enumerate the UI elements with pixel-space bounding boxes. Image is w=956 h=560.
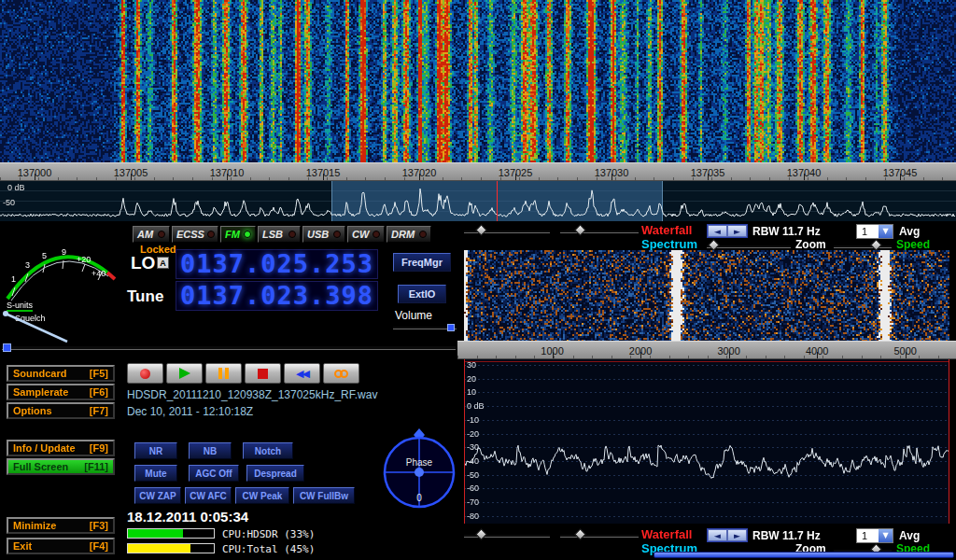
frequency-tick-label: 2000	[629, 345, 652, 357]
zoomed-spectrum-display[interactable]	[464, 359, 949, 524]
zoom-scrollbar[interactable]	[654, 552, 954, 558]
dsp-button-mute[interactable]: Mute	[134, 465, 177, 482]
left-arrow-button[interactable]: ◄	[708, 225, 727, 237]
tick-mark	[640, 352, 641, 358]
soundcard-button[interactable]: Soundcard[F5]	[7, 365, 115, 382]
dsp-button-cw-zap[interactable]: CW ZAP	[134, 487, 181, 504]
tick-mark	[131, 174, 132, 180]
tick-mark	[817, 352, 818, 358]
play-icon	[179, 368, 190, 379]
display-controls-bottom: Waterfall ◄► RBW 11.7 Hz 1▼ Avg Spectrum…	[0, 527, 956, 559]
right-arrow-button[interactable]: ►	[727, 529, 747, 541]
info-update-button[interactable]: Info / Update[F9]	[7, 440, 115, 456]
tick-mark	[900, 174, 901, 180]
full-screen-button[interactable]: Full Screen[F11]	[7, 458, 115, 475]
waterfall-brightness-thumb[interactable]	[475, 528, 487, 540]
stop-button[interactable]	[245, 363, 281, 384]
options-button[interactable]: Options[F7]	[7, 402, 115, 419]
play-button[interactable]	[166, 363, 203, 384]
right-arrow-button[interactable]: ►	[727, 225, 747, 237]
frequency-tick-label: 5000	[893, 345, 916, 357]
left-arrow-button[interactable]: ◄	[708, 529, 727, 541]
dsp-button-agc-off[interactable]: AGC Off	[189, 465, 239, 482]
tick-mark	[553, 352, 554, 358]
date-time-display: 18.12.2011 0:05:34	[127, 509, 248, 525]
frequency-tick-label: 137030	[595, 167, 629, 178]
waterfall-contrast-slider[interactable]	[560, 534, 639, 538]
zoomed-frequency-scale[interactable]: 10002000300040005000	[457, 341, 956, 359]
frequency-tick-label: 1000	[541, 345, 563, 357]
record-button[interactable]	[127, 363, 163, 384]
volume-slider-thumb[interactable]	[447, 324, 455, 331]
volume-label: Volume	[395, 309, 432, 322]
svg-text:3: 3	[25, 260, 30, 270]
recording-timestamp: Dec 10, 2011 - 12:10:18Z	[127, 405, 253, 418]
svg-text:+40: +40	[91, 269, 105, 278]
rbw-label: RBW 11.7 Hz	[752, 225, 821, 238]
hdsdr-app: 1370001370051370101370151370201370251370…	[0, 0, 956, 560]
main-frequency-scale[interactable]: 1370001370051370101370151370201370251370…	[0, 162, 956, 181]
chevron-down-icon: ▼	[879, 225, 893, 238]
waterfall-tab[interactable]: Waterfall	[641, 527, 692, 541]
tick-mark	[906, 352, 907, 358]
avg-label: Avg	[899, 225, 920, 238]
dsp-button-cw-afc[interactable]: CW AFC	[185, 487, 232, 504]
frequency-tick-label: 137005	[114, 167, 148, 178]
rbw-label: RBW 11.7 Hz	[752, 529, 821, 542]
avg-select[interactable]: 1▼	[856, 224, 893, 239]
dsp-button-notch[interactable]: Notch	[243, 442, 293, 459]
main-waterfall-display[interactable]	[0, 0, 956, 162]
pause-button[interactable]	[205, 363, 242, 384]
tick-mark	[35, 174, 35, 180]
meter-red-arc	[107, 273, 115, 279]
speed-label: Speed	[896, 238, 930, 251]
waterfall-contrast-thumb[interactable]	[574, 528, 586, 540]
dsp-button-despread[interactable]: Despread	[246, 465, 304, 482]
waterfall-contrast-slider[interactable]	[560, 230, 639, 233]
offset-stepper: ◄►	[707, 224, 748, 238]
waterfall-contrast-thumb[interactable]	[574, 224, 586, 236]
chevron-down-icon: ▼	[879, 529, 893, 542]
af-gain-slider[interactable]	[2, 345, 456, 350]
pause-icon	[218, 368, 229, 379]
phase-value: 0	[416, 493, 422, 503]
frequency-tick-label: 4000	[806, 345, 828, 357]
avg-label: Avg	[899, 529, 920, 542]
dsp-button-cw-peak[interactable]: CW Peak	[235, 487, 289, 504]
spectrum-tab[interactable]: Spectrum	[641, 237, 697, 251]
dsp-button-nr[interactable]: NR	[134, 442, 177, 459]
s-units-label: S-units	[7, 301, 34, 310]
frequency-tick-label: 137045	[883, 167, 918, 178]
tick-mark	[227, 174, 228, 180]
af-gain-slider-thumb[interactable]	[3, 343, 11, 352]
frequency-tick-label: 137000	[18, 167, 52, 178]
rewind-button[interactable]: ◀◀	[284, 363, 320, 384]
zoom-label: Zoom	[795, 238, 826, 251]
samplerate-button[interactable]: Samplerate[F6]	[7, 384, 115, 400]
freqmgr-button[interactable]: FreqMgr	[393, 253, 451, 272]
frequency-tick-label: 137025	[499, 167, 533, 178]
zoomed-waterfall-display[interactable]	[464, 250, 949, 341]
tune-frequency-display[interactable]: 0137.023.398	[176, 281, 378, 311]
frequency-tick-label: 137040	[787, 167, 822, 178]
zoom-slider-thumb[interactable]	[708, 239, 720, 251]
avg-select[interactable]: 1▼	[856, 528, 893, 543]
loop-button[interactable]	[323, 363, 359, 384]
waterfall-tab[interactable]: Waterfall	[641, 223, 692, 237]
speed-slider[interactable]	[834, 245, 892, 248]
extio-button[interactable]: ExtIO	[398, 285, 446, 303]
lo-lock-badge[interactable]: A	[157, 257, 169, 269]
tick-mark	[323, 174, 324, 180]
speed-slider-thumb[interactable]	[870, 239, 882, 251]
frequency-tick-label: 137015	[306, 167, 341, 178]
frequency-tick-label: 137035	[691, 167, 725, 178]
svg-text:1: 1	[11, 274, 16, 284]
loop-icon	[334, 370, 348, 378]
tick-mark	[419, 174, 420, 180]
waterfall-brightness-thumb[interactable]	[475, 224, 487, 236]
dsp-button-cw-fullbw[interactable]: CW FullBw	[293, 487, 355, 504]
record-icon	[140, 369, 150, 379]
dsp-button-nb[interactable]: NB	[189, 442, 232, 459]
frequency-tick-label: 3000	[717, 345, 739, 357]
main-spectrum-display[interactable]	[0, 181, 956, 221]
